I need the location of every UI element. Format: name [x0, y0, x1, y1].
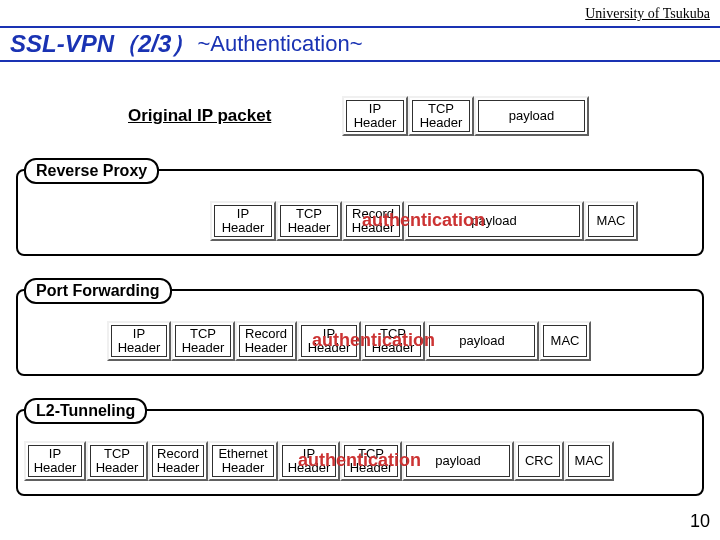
- label-reverse-proxy: Reverse Proxy: [24, 158, 159, 184]
- original-packet-label: Original IP packet: [128, 106, 271, 126]
- cell-tcp: TCP Header: [86, 441, 148, 481]
- label-l2-tunneling: L2‑Tunneling: [24, 398, 147, 424]
- cell-ip: IP Header: [342, 96, 408, 136]
- cell-payload: payload: [404, 201, 584, 241]
- cell-payload: payload: [425, 321, 539, 361]
- title-sub: ~Authentication~: [197, 31, 362, 57]
- cell-ip: IP Header: [297, 321, 361, 361]
- page-number: 10: [690, 511, 710, 532]
- title-bar: SSL-VPN（2/3） ~Authentication~: [0, 26, 720, 62]
- title-main: SSL-VPN（2/3）: [10, 28, 195, 60]
- title-text-part: （2/3）: [114, 30, 195, 57]
- cell-tcp: TCP Header: [340, 441, 402, 481]
- cell-crc: CRC: [514, 441, 564, 481]
- cell-ip: IP Header: [107, 321, 171, 361]
- cell-record: Record Header: [235, 321, 297, 361]
- cell-ethernet: Ethernet Header: [208, 441, 278, 481]
- cell-payload: payload: [474, 96, 589, 136]
- cell-tcp: TCP Header: [408, 96, 474, 136]
- cell-ip: IP Header: [210, 201, 276, 241]
- cell-tcp: TCP Header: [361, 321, 425, 361]
- university-label: University of Tsukuba: [585, 6, 710, 22]
- slide: University of Tsukuba SSL-VPN（2/3） ~Auth…: [0, 0, 720, 540]
- cell-ip: IP Header: [24, 441, 86, 481]
- cell-payload: payload: [402, 441, 514, 481]
- title-text-main: SSL-VPN: [10, 30, 114, 57]
- cell-tcp: TCP Header: [171, 321, 235, 361]
- cell-ip: IP Header: [278, 441, 340, 481]
- label-port-forwarding: Port Forwarding: [24, 278, 172, 304]
- cell-tcp: TCP Header: [276, 201, 342, 241]
- cell-record: Record Header: [148, 441, 208, 481]
- cell-mac: MAC: [539, 321, 591, 361]
- cell-mac: MAC: [564, 441, 614, 481]
- cell-mac: MAC: [584, 201, 638, 241]
- cell-record: Record Header: [342, 201, 404, 241]
